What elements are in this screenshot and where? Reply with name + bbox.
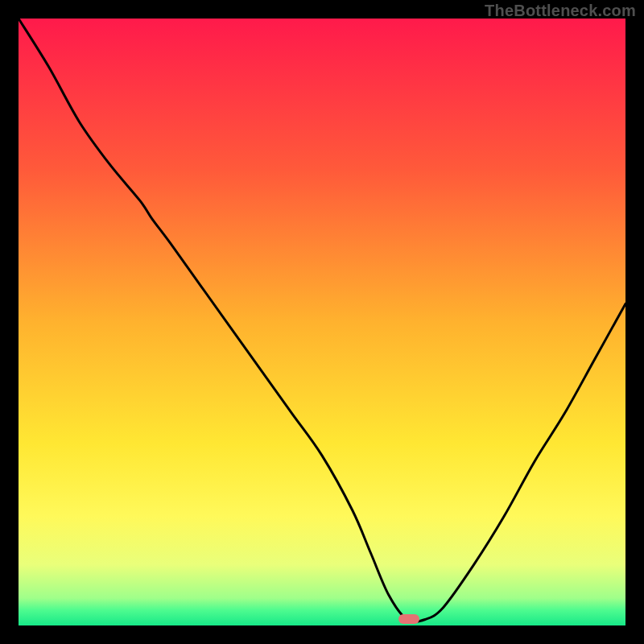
chart-frame: TheBottleneck.com [0,0,644,644]
watermark-text: TheBottleneck.com [485,2,636,20]
bottleneck-curve [19,19,625,625]
optimal-point-marker [398,614,419,624]
plot-area [19,19,625,625]
